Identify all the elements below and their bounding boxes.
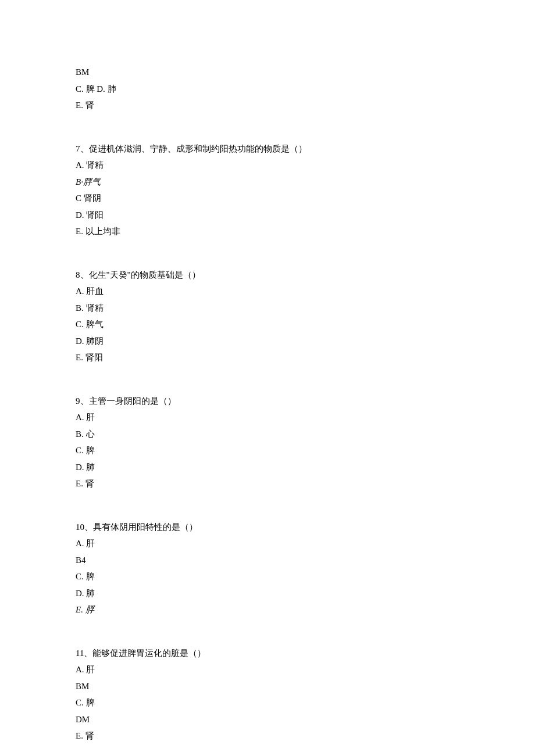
text-line: E. 以上均非 bbox=[76, 223, 459, 240]
text-line: 10、具有体阴用阳特性的是（） bbox=[76, 519, 459, 536]
text-line: A. 肾精 bbox=[76, 157, 459, 174]
document-content: BMC. 脾 D. 肺E. 肾7、促进机体滋润、宁静、成形和制约阳热功能的物质是… bbox=[76, 64, 459, 744]
question-block: 7、促进机体滋润、宁静、成形和制约阳热功能的物质是（）A. 肾精B·脬气C 肾阴… bbox=[76, 141, 459, 240]
question-block: 10、具有体阴用阳特性的是（）A. 肝B4C. 脾D. 肺E. 脬 bbox=[76, 519, 459, 618]
text-line: E. 肾 bbox=[76, 475, 459, 492]
text-line: 9、主管一身阴阳的是（） bbox=[76, 393, 459, 410]
text-line: A. 肝血 bbox=[76, 283, 459, 300]
text-line: A. 肝 bbox=[76, 535, 459, 552]
text-line: E. 脬 bbox=[76, 601, 459, 618]
text-line: A. 肝 bbox=[76, 409, 459, 426]
text-line: D. 肺阴 bbox=[76, 333, 459, 350]
text-line: 11、能够促进脾胃运化的脏是（） bbox=[76, 645, 459, 662]
text-line: D. 肺 bbox=[76, 459, 459, 476]
text-line: B. 心 bbox=[76, 426, 459, 443]
text-line: C. 脾 bbox=[76, 694, 459, 711]
text-line: B·脬气 bbox=[76, 174, 459, 191]
text-line: C. 脾 bbox=[76, 568, 459, 585]
text-line: C 肾阴 bbox=[76, 190, 459, 207]
text-line: C. 脾气 bbox=[76, 316, 459, 333]
text-line: E. 肾 bbox=[76, 97, 459, 114]
text-line: BM bbox=[76, 64, 459, 81]
text-line: BM bbox=[76, 678, 459, 695]
text-line: B4 bbox=[76, 552, 459, 569]
question-block: BMC. 脾 D. 肺E. 肾 bbox=[76, 64, 459, 114]
question-block: 9、主管一身阴阳的是（）A. 肝B. 心C. 脾D. 肺E. 肾 bbox=[76, 393, 459, 492]
text-line: D. 肾阳 bbox=[76, 207, 459, 224]
text-line: B. 肾精 bbox=[76, 300, 459, 317]
text-line: E. 肾 bbox=[76, 728, 459, 744]
text-line: 7、促进机体滋润、宁静、成形和制约阳热功能的物质是（） bbox=[76, 141, 459, 157]
text-line: C. 脾 D. 肺 bbox=[76, 81, 459, 98]
text-line: E. 肾阳 bbox=[76, 349, 459, 366]
question-block: 11、能够促进脾胃运化的脏是（）A. 肝BMC. 脾DME. 肾 bbox=[76, 645, 459, 744]
text-line: C. 脾 bbox=[76, 442, 459, 459]
text-line: DM bbox=[76, 711, 459, 728]
text-line: D. 肺 bbox=[76, 585, 459, 602]
text-line: 8、化生"天癸"的物质基础是（） bbox=[76, 267, 459, 284]
question-block: 8、化生"天癸"的物质基础是（）A. 肝血B. 肾精C. 脾气D. 肺阴E. 肾… bbox=[76, 267, 459, 366]
text-line: A. 肝 bbox=[76, 661, 459, 678]
